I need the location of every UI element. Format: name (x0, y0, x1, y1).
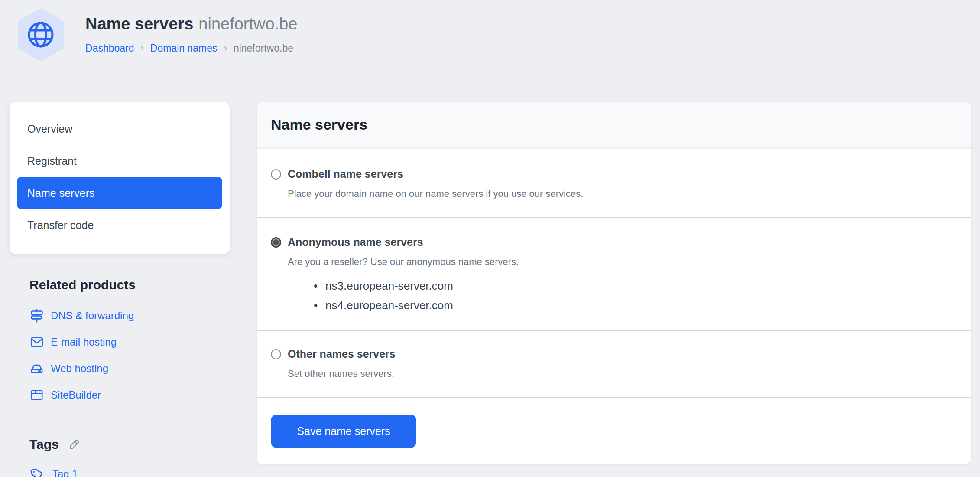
tags-section: Tags Tag 1 (29, 437, 81, 477)
breadcrumb-current: ninefortwo.be (234, 42, 293, 55)
sidebar-item-name-servers[interactable]: Name servers (17, 177, 222, 209)
bullet-icon: • (314, 299, 318, 312)
name-servers-card: Name servers Combell name servers Place … (257, 102, 971, 464)
save-name-servers-button[interactable]: Save name servers (271, 415, 416, 448)
related-link-label: Web hosting (51, 363, 108, 375)
name-server-value: ns4.european-server.com (325, 299, 453, 312)
related-link-dns-forwarding[interactable]: DNS & forwarding (29, 302, 136, 329)
sidebar-item-transfer-code[interactable]: Transfer code (17, 209, 222, 241)
sidebar-item-label: Transfer code (27, 219, 94, 232)
related-link-label: DNS & forwarding (51, 310, 134, 322)
related-link-sitebuilder[interactable]: SiteBuilder (29, 382, 136, 408)
radio-combell-name-servers[interactable] (271, 169, 281, 180)
card-title: Name servers (271, 116, 367, 133)
bullet-icon: • (314, 279, 318, 293)
related-link-label: SiteBuilder (51, 389, 101, 401)
option-description: Set other names servers. (288, 368, 957, 379)
browser-icon (29, 388, 44, 402)
related-link-web-hosting[interactable]: Web hosting (29, 355, 136, 382)
sidebar-item-label: Registrant (27, 155, 77, 167)
sidebar-item-label: Overview (27, 123, 72, 135)
sidebar-item-registrant[interactable]: Registrant (17, 145, 222, 177)
breadcrumb: Dashboard › Domain names › ninefortwo.be (85, 42, 293, 55)
option-description: Are you a reseller? Use our anonymous na… (288, 256, 957, 268)
tag-icon (29, 466, 45, 477)
option-label[interactable]: Anonymous name servers (288, 236, 423, 248)
tags-heading: Tags (29, 437, 59, 452)
name-server-list: • ns3.european-server.com • ns4.european… (314, 276, 957, 315)
related-link-label: E-mail hosting (51, 336, 117, 348)
pencil-icon[interactable] (68, 438, 81, 451)
related-link-email-hosting[interactable]: E-mail hosting (29, 329, 136, 355)
card-header: Name servers (257, 102, 971, 149)
breadcrumb-link-dashboard[interactable]: Dashboard (85, 42, 134, 55)
name-server-item: • ns4.european-server.com (314, 296, 957, 315)
page-title-domain: ninefortwo.be (198, 15, 297, 33)
breadcrumb-link-domain-names[interactable]: Domain names (150, 42, 217, 55)
tag-label: Tag 1 (52, 468, 78, 477)
server-icon (29, 361, 44, 376)
option-label[interactable]: Other names servers (288, 348, 396, 360)
sidebar-item-label: Name servers (27, 187, 95, 199)
breadcrumb-separator: › (224, 42, 227, 55)
related-products-section: Related products DNS & forwarding E-mail… (29, 278, 136, 408)
envelope-icon (29, 335, 44, 350)
option-other-name-servers: Other names servers Set other names serv… (257, 331, 971, 398)
card-footer: Save name servers (257, 398, 971, 464)
tag-link[interactable]: Tag 1 (29, 463, 81, 477)
breadcrumb-separator: › (141, 42, 144, 55)
option-description: Place your domain name on our name serve… (288, 188, 957, 199)
signpost-icon (29, 308, 44, 323)
sidebar-item-overview[interactable]: Overview (17, 113, 222, 145)
option-combell-name-servers: Combell name servers Place your domain n… (257, 149, 971, 218)
radio-other-name-servers[interactable] (271, 349, 281, 359)
option-label[interactable]: Combell name servers (288, 168, 403, 180)
option-anonymous-name-servers: Anonymous name servers Are you a reselle… (257, 218, 971, 331)
radio-anonymous-name-servers[interactable] (271, 237, 281, 248)
name-server-item: • ns3.european-server.com (314, 276, 957, 296)
related-products-heading: Related products (29, 278, 136, 292)
globe-hexagon-icon (17, 8, 64, 62)
page-title-section: Name servers (85, 15, 193, 33)
domain-nav-card: Overview Registrant Name servers Transfe… (10, 102, 230, 254)
page-title: Name serversninefortwo.be (85, 14, 297, 33)
name-server-value: ns3.european-server.com (325, 279, 453, 293)
